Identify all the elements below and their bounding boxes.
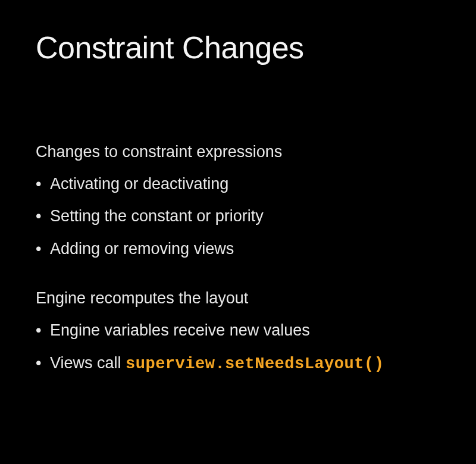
section-heading: Engine recomputes the layout <box>36 289 440 308</box>
inline-code: superview.setNeedsLayout() <box>126 355 384 373</box>
list-item: Engine variables receive new values <box>36 319 440 341</box>
section-heading: Changes to constraint expressions <box>36 143 440 161</box>
list-item: Activating or deactivating <box>36 173 440 195</box>
slide-title: Constraint Changes <box>36 30 440 65</box>
bullet-list: Engine variables receive new values View… <box>36 319 440 375</box>
list-item: Views call superview.setNeedsLayout() <box>36 352 440 375</box>
list-item: Adding or removing views <box>36 238 440 259</box>
list-item-text: Views call <box>50 354 126 372</box>
bullet-list: Activating or deactivating Setting the c… <box>36 173 440 259</box>
section-constraint-expressions: Changes to constraint expressions Activa… <box>36 143 440 259</box>
list-item: Setting the constant or priority <box>36 205 440 227</box>
section-engine-recomputes: Engine recomputes the layout Engine vari… <box>36 289 440 375</box>
